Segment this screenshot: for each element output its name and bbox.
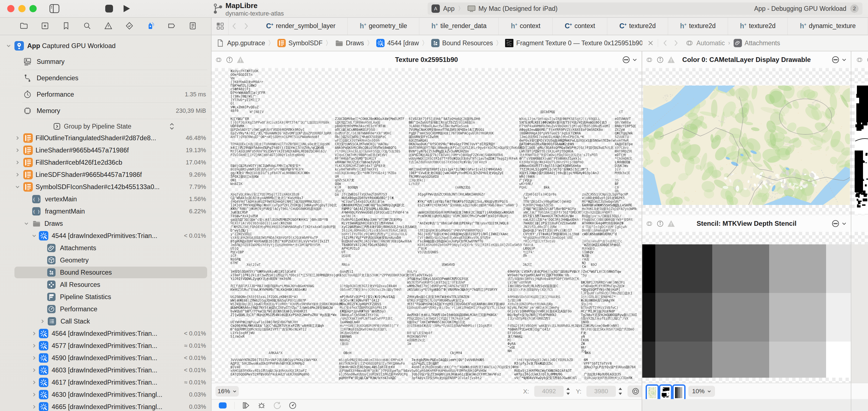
sidebar-row-all-resources[interactable]: All Resources <box>0 279 211 291</box>
attachment-thumb-stencil[interactable] <box>672 384 686 401</box>
info-icon[interactable] <box>656 220 664 227</box>
nav-search-icon[interactable] <box>83 21 92 30</box>
zoom-window-button[interactable] <box>29 5 37 12</box>
sidebar-row-4603-drawindexedprimitives-trian-[interactable]: 4603 [drawIndexedPrimitives:Trian...< 0.… <box>0 364 211 376</box>
nav-files-icon[interactable] <box>20 21 28 30</box>
tab-overview-icon[interactable] <box>212 17 228 35</box>
nav-symbols-icon[interactable] <box>40 21 50 30</box>
disclosure-closed-icon[interactable] <box>31 367 37 373</box>
disclosure-closed-icon[interactable] <box>39 318 45 324</box>
breadcrumb-5[interactable]: Bound Resources <box>431 39 493 47</box>
disclosure-closed-icon[interactable] <box>31 343 37 349</box>
attachment-thumb-alpha[interactable] <box>659 384 672 401</box>
disclosure-closed-icon[interactable] <box>31 355 37 361</box>
next-attachment-canvas-partial[interactable] <box>851 68 868 215</box>
editor-tab-texture2d[interactable]: C+texture2d <box>607 17 668 35</box>
sidebar-row-4665-drawindexedprimitives-triangl[interactable]: 4665 [drawIndexedPrimitives:Triangl...0.… <box>0 401 211 411</box>
column-divider[interactable] <box>851 51 851 411</box>
compare-icon[interactable] <box>646 56 653 64</box>
assistant-forward-icon[interactable] <box>673 39 679 47</box>
step-over-icon[interactable] <box>242 401 250 410</box>
sidebar-row-4544-drawindexedprimitives-trian-[interactable]: 4544 [drawIndexedPrimitives:Trian...< 0.… <box>0 230 211 242</box>
editor-tab-context[interactable]: h+context <box>499 17 553 35</box>
y-stepper[interactable] <box>618 386 623 397</box>
stencil-attachment-image[interactable] <box>642 244 851 378</box>
nav-debug-icon[interactable] <box>146 21 155 30</box>
attachments-zoom-dropdown[interactable]: 10% <box>688 386 715 397</box>
sidebar-row-draws[interactable]: Draws <box>0 217 211 230</box>
sidebar-row-geometry[interactable]: Geometry <box>0 254 211 266</box>
disclosure-closed-icon[interactable] <box>31 391 37 398</box>
stencil-attachment-more-menu[interactable] <box>831 219 847 228</box>
sidebar-row-performance[interactable]: Performance1.35 ms <box>0 88 211 100</box>
editor-tab-tile_render_data[interactable]: h+tile_render_data <box>419 17 499 35</box>
editor-tab-geometry_tile[interactable]: h+geometry_tile <box>348 17 419 35</box>
warning-icon[interactable] <box>667 56 675 63</box>
disclosure-open-icon[interactable] <box>23 221 29 227</box>
info-icon[interactable] <box>226 56 233 64</box>
compare-icon[interactable] <box>856 56 863 64</box>
sidebar-row-group-by-pipeline-state[interactable]: Group by Pipeline State <box>0 120 211 132</box>
disclosure-open-icon[interactable] <box>31 233 37 239</box>
sidebar-row-bound-resources[interactable]: Bound Resources <box>0 266 211 279</box>
assistant-section-label[interactable]: Attachments <box>745 39 780 47</box>
disclosure-closed-icon[interactable] <box>14 147 21 153</box>
map-drawable-image[interactable] <box>643 86 850 205</box>
sidebar-row-memory[interactable]: Memory230,39 MiB <box>0 105 211 117</box>
sidebar-row-lineshader-9665b4457a71986f[interactable]: LineShader#9665b4457a71986f19.13% <box>0 144 211 156</box>
texture-viewer-more-menu[interactable] <box>622 56 638 64</box>
disclosure-closed-icon[interactable] <box>31 330 37 337</box>
nav-breakpoints-icon[interactable] <box>167 21 176 30</box>
editor-tab-texture2d[interactable]: h+texture2d <box>668 17 728 35</box>
nav-tests-icon[interactable] <box>125 21 134 30</box>
sidebar-row-4590-drawindexedprimitives-trian-[interactable]: 4590 [drawIndexedPrimitives:Trian...< 0.… <box>0 352 211 364</box>
sidebar-row-pipeline-statistics[interactable]: Pipeline Statistics <box>0 291 211 303</box>
editor-tab-render_symbol_layer[interactable]: C+render_symbol_layer <box>254 17 348 35</box>
compare-icon[interactable] <box>215 56 222 64</box>
disclosure-closed-icon[interactable] <box>14 159 21 165</box>
issues-badge[interactable]: 2 <box>850 4 859 13</box>
texture-zoom-dropdown[interactable]: 16% <box>215 386 239 397</box>
x-coordinate-field[interactable]: 4092 <box>534 386 564 397</box>
assistant-divider[interactable] <box>642 51 642 411</box>
breadcrumb-3[interactable]: Draws <box>335 39 364 47</box>
sidebar-row-4617-drawindexedprimitives-trian-[interactable]: 4617 [drawIndexedPrimitives:Trian...≈ 0.… <box>0 376 211 388</box>
reload-icon[interactable] <box>273 401 281 410</box>
run-destination[interactable]: My Mac (Designed for iPad) <box>478 5 558 12</box>
sidebar-row-4564-drawindexedprimitives-trian-[interactable]: 4564 [drawIndexedPrimitives:Trian...< 0.… <box>0 327 211 340</box>
disclosure-closed-icon[interactable] <box>31 379 37 385</box>
attachment-thumb-color[interactable] <box>646 384 659 401</box>
sidebar-row-4577-drawindexedprimitives-trian-[interactable]: 4577 [drawIndexedPrimitives:Trian...≈ 0.… <box>0 340 211 352</box>
continue-button[interactable] <box>122 4 131 13</box>
minimize-window-button[interactable] <box>18 5 26 12</box>
debug-shader-icon[interactable] <box>257 401 266 410</box>
sidebar-row-filloutlinetriangulatedshader-2d87[interactable]: FillOutlineTriangulatedShader#2d87de8...… <box>0 132 211 144</box>
disclosure-closed-icon[interactable] <box>14 135 21 141</box>
color-attachment-canvas-area[interactable] <box>642 68 851 215</box>
color-attachment-more-menu[interactable] <box>831 56 847 64</box>
texture-canvas-area[interactable] <box>212 68 642 383</box>
sidebar-row-call-stack[interactable]: Call Stack <box>0 315 211 327</box>
info-icon[interactable] <box>867 56 868 64</box>
editor-tab-context[interactable]: C+context <box>553 17 607 35</box>
glyph-atlas-texture[interactable] <box>212 68 642 383</box>
warning-icon[interactable] <box>237 56 244 63</box>
warning-icon[interactable] <box>667 220 675 227</box>
assistant-back-icon[interactable] <box>662 39 669 47</box>
sidebar-row-performance[interactable]: Performance <box>0 303 211 315</box>
history-back-icon[interactable] <box>228 17 240 35</box>
breadcrumb-2[interactable]: SymbolSDF <box>277 39 323 47</box>
sidebar-row-summary[interactable]: Summary <box>0 56 211 68</box>
info-icon[interactable] <box>656 56 664 64</box>
sidebar-row-symbolsdficonshader-c142b455133a0-[interactable]: SymbolSDFIconShader#c142b455133a0...7.79… <box>0 181 211 193</box>
sidebar-divider[interactable] <box>211 17 212 411</box>
disclosure-open-icon[interactable] <box>5 43 12 49</box>
breadcrumb-4[interactable]: 4544 [draw <box>376 39 419 47</box>
sidebar-row-fillshader-cebf426f1e2d36cb[interactable]: FillShader#cebf426f1e2d36cb17.04% <box>0 156 211 168</box>
debug-area-toggle-icon[interactable] <box>218 402 227 409</box>
sidebar-row-app[interactable]: App Captured GPU Workload <box>0 40 211 52</box>
close-window-button[interactable] <box>7 5 14 12</box>
history-forward-icon[interactable] <box>240 17 254 35</box>
nav-bookmarks-icon[interactable] <box>62 21 70 30</box>
x-stepper[interactable] <box>565 386 571 397</box>
